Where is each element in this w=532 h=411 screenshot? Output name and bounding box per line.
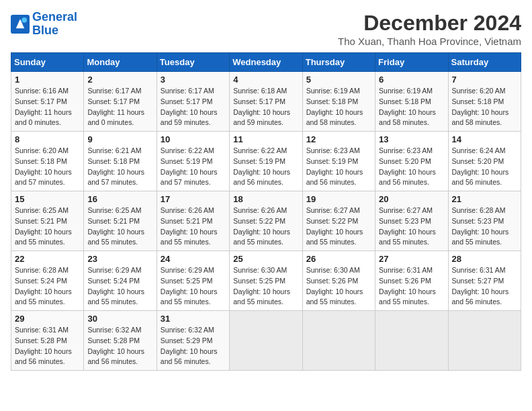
day-info: Sunrise: 6:21 AM Sunset: 5:18 PM Dayligh…	[87, 146, 152, 188]
day-cell: 24 Sunrise: 6:29 AM Sunset: 5:25 PM Dayl…	[157, 251, 229, 311]
day-cell: 26 Sunrise: 6:30 AM Sunset: 5:26 PM Dayl…	[302, 251, 375, 311]
sunrise-label: Sunrise: 6:25 AM	[87, 206, 141, 214]
daylight-label: Daylight: 10 hours and 55 minutes.	[379, 228, 436, 246]
column-header-saturday: Saturday	[448, 53, 521, 72]
sunrise-label: Sunrise: 6:31 AM	[15, 326, 69, 334]
calendar-header-row: SundayMondayTuesdayWednesdayThursdayFrid…	[11, 53, 521, 72]
sunset-label: Sunset: 5:27 PM	[452, 277, 504, 285]
daylight-label: Daylight: 10 hours and 59 minutes.	[233, 108, 290, 127]
column-header-monday: Monday	[84, 53, 157, 72]
day-cell: 27 Sunrise: 6:31 AM Sunset: 5:26 PM Dayl…	[375, 251, 448, 311]
day-number: 26	[306, 254, 371, 264]
day-cell: 14 Sunrise: 6:24 AM Sunset: 5:20 PM Dayl…	[448, 132, 521, 191]
daylight-label: Daylight: 10 hours and 55 minutes.	[306, 287, 363, 306]
sunset-label: Sunset: 5:19 PM	[161, 157, 213, 165]
column-header-sunday: Sunday	[11, 53, 84, 72]
sunrise-label: Sunrise: 6:27 AM	[379, 206, 433, 214]
column-header-wednesday: Wednesday	[230, 53, 302, 72]
day-number: 12	[306, 134, 371, 144]
daylight-label: Daylight: 10 hours and 55 minutes.	[379, 287, 436, 306]
sunrise-label: Sunrise: 6:16 AM	[15, 87, 69, 95]
day-cell: 6 Sunrise: 6:19 AM Sunset: 5:18 PM Dayli…	[375, 72, 448, 132]
day-info: Sunrise: 6:28 AM Sunset: 5:24 PM Dayligh…	[15, 265, 80, 308]
day-cell: 21 Sunrise: 6:28 AM Sunset: 5:23 PM Dayl…	[448, 191, 521, 251]
day-number: 5	[306, 75, 371, 85]
location-subtitle: Tho Xuan, Thanh Hoa Province, Vietnam	[338, 36, 521, 47]
sunrise-label: Sunrise: 6:18 AM	[233, 87, 287, 95]
day-info: Sunrise: 6:27 AM Sunset: 5:22 PM Dayligh…	[306, 205, 371, 248]
sunrise-label: Sunrise: 6:17 AM	[161, 87, 214, 95]
daylight-label: Daylight: 10 hours and 56 minutes.	[452, 287, 509, 306]
day-info: Sunrise: 6:23 AM Sunset: 5:20 PM Dayligh…	[379, 146, 444, 188]
sunset-label: Sunset: 5:18 PM	[15, 157, 67, 165]
month-title: December 2024	[338, 11, 521, 36]
day-cell	[302, 311, 375, 371]
sunset-label: Sunset: 5:21 PM	[15, 217, 67, 225]
sunrise-label: Sunrise: 6:30 AM	[306, 266, 360, 274]
day-number: 14	[452, 134, 517, 144]
page-header: General Blue December 2024 Tho Xuan, Tha…	[11, 11, 521, 47]
sunset-label: Sunset: 5:18 PM	[306, 97, 359, 105]
sunrise-label: Sunrise: 6:29 AM	[161, 266, 214, 274]
daylight-label: Daylight: 10 hours and 56 minutes.	[306, 168, 363, 187]
sunset-label: Sunset: 5:28 PM	[87, 336, 140, 345]
day-number: 11	[233, 134, 298, 144]
sunset-label: Sunset: 5:25 PM	[233, 277, 285, 285]
day-number: 21	[452, 194, 517, 204]
day-cell: 5 Sunrise: 6:19 AM Sunset: 5:18 PM Dayli…	[302, 72, 375, 132]
sunrise-label: Sunrise: 6:21 AM	[87, 146, 141, 154]
daylight-label: Daylight: 10 hours and 55 minutes.	[306, 228, 363, 246]
day-cell	[375, 311, 448, 371]
sunset-label: Sunset: 5:23 PM	[452, 217, 504, 225]
daylight-label: Daylight: 10 hours and 55 minutes.	[15, 228, 72, 246]
day-cell: 23 Sunrise: 6:29 AM Sunset: 5:24 PM Dayl…	[84, 251, 157, 311]
sunset-label: Sunset: 5:26 PM	[306, 277, 359, 285]
daylight-label: Daylight: 11 hours and 0 minutes.	[15, 108, 72, 127]
daylight-label: Daylight: 10 hours and 55 minutes.	[15, 287, 72, 306]
day-cell	[448, 311, 521, 371]
day-info: Sunrise: 6:24 AM Sunset: 5:20 PM Dayligh…	[452, 146, 517, 188]
sunset-label: Sunset: 5:21 PM	[161, 217, 213, 225]
sunrise-label: Sunrise: 6:20 AM	[15, 146, 69, 154]
day-cell: 1 Sunrise: 6:16 AM Sunset: 5:17 PM Dayli…	[11, 72, 84, 132]
day-number: 28	[452, 254, 517, 264]
sunset-label: Sunset: 5:24 PM	[87, 277, 140, 285]
sunset-label: Sunset: 5:29 PM	[161, 336, 213, 345]
day-number: 3	[161, 75, 226, 85]
day-info: Sunrise: 6:31 AM Sunset: 5:26 PM Dayligh…	[379, 265, 444, 308]
daylight-label: Daylight: 10 hours and 58 minutes.	[452, 108, 509, 127]
day-number: 19	[306, 194, 371, 204]
sunset-label: Sunset: 5:21 PM	[87, 217, 140, 225]
sunrise-label: Sunrise: 6:19 AM	[306, 87, 360, 95]
daylight-label: Daylight: 10 hours and 56 minutes.	[233, 168, 290, 187]
day-number: 31	[161, 314, 226, 324]
daylight-label: Daylight: 10 hours and 55 minutes.	[233, 287, 290, 306]
day-number: 10	[161, 134, 226, 144]
day-cell: 25 Sunrise: 6:30 AM Sunset: 5:25 PM Dayl…	[230, 251, 302, 311]
sunset-label: Sunset: 5:20 PM	[452, 157, 504, 165]
day-cell: 9 Sunrise: 6:21 AM Sunset: 5:18 PM Dayli…	[84, 132, 157, 191]
sunrise-label: Sunrise: 6:32 AM	[161, 326, 214, 334]
day-number: 27	[379, 254, 444, 264]
day-cell: 16 Sunrise: 6:25 AM Sunset: 5:21 PM Dayl…	[84, 191, 157, 251]
sunset-label: Sunset: 5:17 PM	[15, 97, 67, 105]
week-row-4: 22 Sunrise: 6:28 AM Sunset: 5:24 PM Dayl…	[11, 251, 521, 311]
week-row-3: 15 Sunrise: 6:25 AM Sunset: 5:21 PM Dayl…	[11, 191, 521, 251]
sunset-label: Sunset: 5:25 PM	[161, 277, 213, 285]
daylight-label: Daylight: 11 hours and 0 minutes.	[87, 108, 144, 127]
day-info: Sunrise: 6:23 AM Sunset: 5:19 PM Dayligh…	[306, 146, 371, 188]
sunset-label: Sunset: 5:18 PM	[87, 157, 140, 165]
sunrise-label: Sunrise: 6:30 AM	[233, 266, 287, 274]
day-cell: 10 Sunrise: 6:22 AM Sunset: 5:19 PM Dayl…	[157, 132, 229, 191]
logo-icon	[11, 15, 30, 34]
daylight-label: Daylight: 10 hours and 57 minutes.	[15, 168, 72, 187]
day-cell: 31 Sunrise: 6:32 AM Sunset: 5:29 PM Dayl…	[157, 311, 229, 371]
sunrise-label: Sunrise: 6:26 AM	[161, 206, 214, 214]
day-number: 24	[161, 254, 226, 264]
day-cell: 19 Sunrise: 6:27 AM Sunset: 5:22 PM Dayl…	[302, 191, 375, 251]
sunrise-label: Sunrise: 6:32 AM	[87, 326, 141, 334]
svg-point-2	[21, 17, 27, 23]
day-info: Sunrise: 6:32 AM Sunset: 5:29 PM Dayligh…	[161, 325, 226, 367]
sunrise-label: Sunrise: 6:25 AM	[15, 206, 69, 214]
daylight-label: Daylight: 10 hours and 55 minutes.	[161, 228, 218, 246]
